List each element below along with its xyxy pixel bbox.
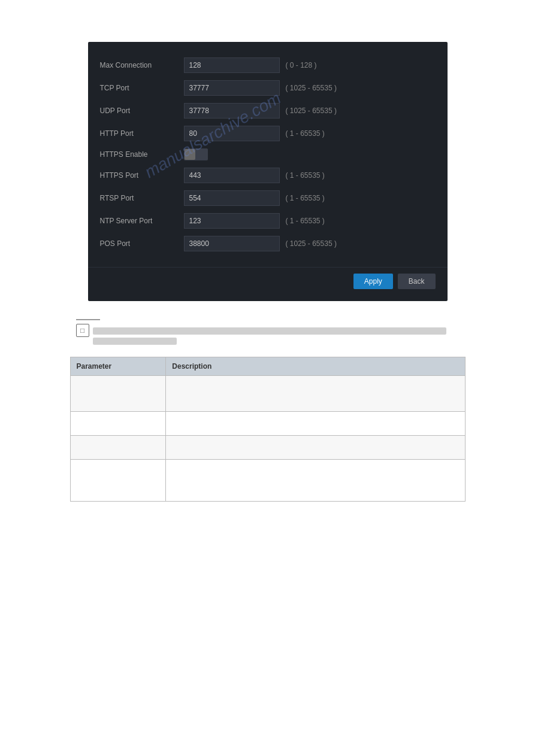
table-section: Parameter Description — [70, 357, 466, 502]
settings-panel: Max Connection( 0 - 128 )TCP Port( 1025 … — [88, 30, 448, 313]
input-max-connection[interactable] — [184, 57, 280, 73]
back-button[interactable]: Back — [398, 274, 436, 289]
col-header-param: Parameter — [70, 357, 166, 376]
field-hint-3: ( 1 - 65535 ) — [286, 129, 325, 138]
table-cell-desc — [166, 412, 465, 436]
table-header-row: Parameter Description — [70, 357, 465, 376]
network-port-panel: Max Connection( 0 - 128 )TCP Port( 1025 … — [88, 42, 448, 301]
form-row-https-port: HTTPS Port( 1 - 65535 ) — [88, 164, 448, 187]
input-udp-port[interactable] — [184, 103, 280, 119]
input-ntp-server-port[interactable] — [184, 213, 280, 229]
input-https-port[interactable] — [184, 168, 280, 183]
field-label-7: NTP Server Port — [100, 217, 184, 225]
parameter-table: Parameter Description — [70, 357, 466, 502]
input-pos-port[interactable] — [184, 236, 280, 251]
table-cell-desc — [166, 460, 465, 502]
field-hint-8: ( 1025 - 65535 ) — [286, 239, 337, 248]
table-cell-desc — [166, 376, 465, 412]
field-label-0: Max Connection — [100, 61, 184, 69]
input-tcp-port[interactable] — [184, 80, 280, 96]
form-row-rtsp-port: RTSP Port( 1 - 65535 ) — [88, 187, 448, 210]
field-hint-7: ( 1 - 65535 ) — [286, 217, 325, 225]
form-row-max-connection: Max Connection( 0 - 128 ) — [88, 54, 448, 77]
field-label-1: TCP Port — [100, 84, 184, 92]
note-icon: □ — [76, 324, 89, 337]
input-rtsp-port[interactable] — [184, 190, 280, 206]
note-section: □ — [70, 319, 466, 345]
table-cell-param — [70, 376, 166, 412]
note-text-block — [93, 327, 446, 345]
field-hint-1: ( 1025 - 65535 ) — [286, 84, 337, 92]
form-row-tcp-port: TCP Port( 1025 - 65535 ) — [88, 77, 448, 99]
field-label-4: HTTPS Enable — [100, 150, 184, 159]
note-line-2 — [93, 338, 177, 345]
note-divider — [76, 319, 100, 320]
form-row-ntp-server-port: NTP Server Port( 1 - 65535 ) — [88, 210, 448, 232]
toggle-knob — [185, 149, 195, 160]
field-hint-0: ( 0 - 128 ) — [286, 61, 317, 69]
form-row-udp-port: UDP Port( 1025 - 65535 ) — [88, 99, 448, 122]
form-row-http-port: HTTP Port( 1 - 65535 ) — [88, 122, 448, 145]
field-label-8: POS Port — [100, 239, 184, 248]
table-cell-param — [70, 412, 166, 436]
field-label-3: HTTP Port — [100, 129, 184, 138]
panel-footer: Apply Back — [88, 267, 448, 295]
table-cell-param — [70, 460, 166, 502]
note-line-1 — [93, 327, 446, 335]
field-hint-2: ( 1025 - 65535 ) — [286, 107, 337, 115]
table-row — [70, 376, 465, 412]
field-label-6: RTSP Port — [100, 194, 184, 202]
table-cell-param — [70, 436, 166, 460]
table-row — [70, 412, 465, 436]
col-header-desc: Description — [166, 357, 465, 376]
field-hint-6: ( 1 - 65535 ) — [286, 194, 325, 202]
form-row-pos-port: POS Port( 1025 - 65535 ) — [88, 232, 448, 255]
form-row-https-enable: HTTPS Enable — [88, 145, 448, 164]
https-enable-toggle[interactable] — [184, 148, 208, 160]
field-hint-5: ( 1 - 65535 ) — [286, 171, 325, 180]
field-label-5: HTTPS Port — [100, 171, 184, 180]
apply-button[interactable]: Apply — [353, 274, 393, 289]
table-row — [70, 436, 465, 460]
field-label-2: UDP Port — [100, 107, 184, 115]
table-cell-desc — [166, 436, 465, 460]
input-http-port[interactable] — [184, 126, 280, 141]
table-row — [70, 460, 465, 502]
